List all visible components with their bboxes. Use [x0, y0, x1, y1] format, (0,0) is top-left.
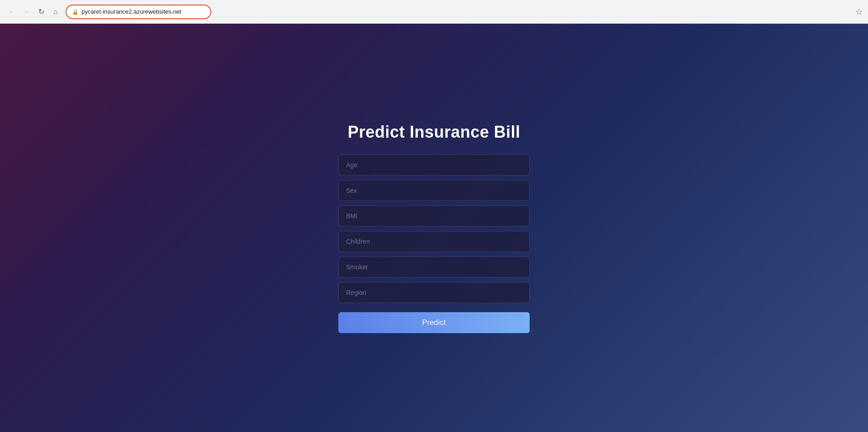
predict-button[interactable]: Predict [338, 312, 530, 333]
back-button[interactable]: ← [5, 5, 18, 18]
address-bar[interactable]: 🔒 pycaret-insurance2.azurewebsites.net [66, 5, 211, 19]
url-text: pycaret-insurance2.azurewebsites.net [82, 8, 205, 15]
age-input[interactable] [338, 154, 530, 175]
bookmark-star-icon[interactable]: ☆ [855, 7, 863, 17]
lock-icon: 🔒 [72, 9, 79, 15]
home-button[interactable]: ⌂ [49, 5, 62, 18]
forward-button[interactable]: → [20, 5, 33, 18]
page-title: Predict Insurance Bill [347, 123, 520, 142]
children-input[interactable] [338, 231, 530, 252]
browser-chrome: ← → ↻ ⌂ 🔒 pycaret-insurance2.azurewebsit… [0, 0, 868, 24]
form-fields: Predict [338, 154, 530, 333]
form-container: Predict Insurance Bill Predict [338, 123, 530, 333]
sex-input[interactable] [338, 180, 530, 201]
page-content: Predict Insurance Bill Predict [0, 24, 868, 432]
nav-buttons: ← → ↻ ⌂ [5, 5, 62, 18]
reload-button[interactable]: ↻ [35, 5, 47, 18]
bmi-input[interactable] [338, 206, 530, 226]
smoker-input[interactable] [338, 257, 530, 278]
region-input[interactable] [338, 282, 530, 303]
